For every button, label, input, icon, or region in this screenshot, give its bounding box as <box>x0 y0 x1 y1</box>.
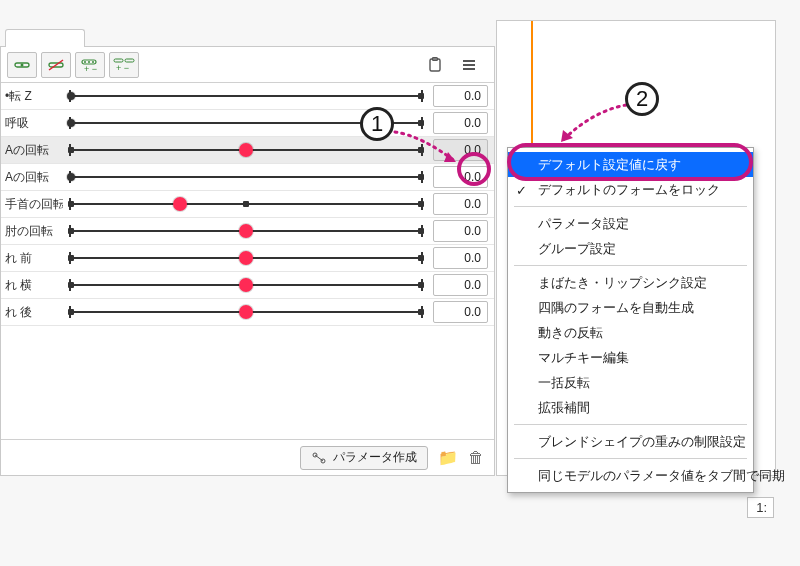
svg-rect-9 <box>114 59 123 62</box>
zoom-indicator[interactable]: 1: <box>747 497 774 518</box>
menu-item[interactable]: グループ設定 <box>508 236 753 261</box>
param-label: れ 前 <box>1 250 63 267</box>
param-slider[interactable] <box>63 191 429 217</box>
menu-separator <box>514 206 747 207</box>
parameter-rows: •転 Z0.0呼吸0.0Aの回転0.0Aの回転0.0手首の回転0.0肘の回転0.… <box>1 83 494 439</box>
param-value[interactable]: 0.0 <box>433 85 488 107</box>
svg-text:+ −: + − <box>84 64 97 73</box>
param-row[interactable]: Aの回転0.0 <box>1 164 494 191</box>
menu-item-label: ブレンドシェイプの重みの制限設定 <box>538 433 746 451</box>
param-row[interactable]: れ 後0.0 <box>1 299 494 326</box>
menu-separator <box>514 265 747 266</box>
svg-line-19 <box>315 455 323 461</box>
param-row[interactable]: 肘の回転0.0 <box>1 218 494 245</box>
svg-text:+ −: + − <box>116 63 129 73</box>
param-slider[interactable] <box>63 218 429 244</box>
menu-item[interactable]: パラメータ設定 <box>508 211 753 236</box>
menu-item[interactable]: まばたき・リップシンク設定 <box>508 270 753 295</box>
menu-separator <box>514 424 747 425</box>
param-label: 手首の回転 <box>1 196 63 213</box>
menu-item-label: グループ設定 <box>538 240 616 258</box>
new-folder-icon[interactable]: 📁 <box>438 448 458 467</box>
panel-toolbar: + − + − <box>1 47 494 83</box>
annotation-number-2: 2 <box>625 82 659 116</box>
menu-item-label: 拡張補間 <box>538 399 590 417</box>
toolbar-keys-add-icon[interactable]: + − <box>75 52 105 78</box>
param-value[interactable]: 0.0 <box>433 112 488 134</box>
menu-item[interactable]: 同じモデルのパラメータ値をタブ間で同期 <box>508 463 753 488</box>
tab-strip <box>5 29 85 47</box>
param-label: Aの回転 <box>1 169 63 186</box>
menu-item[interactable]: ブレンドシェイプの重みの制限設定 <box>508 429 753 454</box>
menu-item-label: まばたき・リップシンク設定 <box>538 274 707 292</box>
annotation-ring-1 <box>457 152 491 186</box>
param-slider[interactable] <box>63 164 429 190</box>
svg-point-5 <box>84 61 86 63</box>
param-label: れ 後 <box>1 304 63 321</box>
menu-item[interactable]: マルチキー編集 <box>508 345 753 370</box>
menu-item[interactable]: 四隅のフォームを自動生成 <box>508 295 753 320</box>
menu-item-label: パラメータ設定 <box>538 215 629 233</box>
param-label: 肘の回転 <box>1 223 63 240</box>
param-label: 呼吸 <box>1 115 63 132</box>
param-slider[interactable] <box>63 299 429 325</box>
delete-icon[interactable]: 🗑 <box>468 449 484 467</box>
create-parameter-button[interactable]: パラメータ作成 <box>300 446 428 470</box>
clipboard-icon[interactable] <box>420 52 450 78</box>
param-value[interactable]: 0.0 <box>433 247 488 269</box>
param-value[interactable]: 0.0 <box>433 301 488 323</box>
create-parameter-label: パラメータ作成 <box>333 449 417 466</box>
panel-tab[interactable] <box>5 29 85 47</box>
svg-line-3 <box>49 60 63 70</box>
annotation-ring-2 <box>507 143 753 181</box>
param-value[interactable]: 0.0 <box>433 193 488 215</box>
menu-item-label: マルチキー編集 <box>538 349 629 367</box>
menu-item-label: 動きの反転 <box>538 324 603 342</box>
param-row[interactable]: Aの回転0.0 <box>1 137 494 164</box>
param-row[interactable]: •転 Z0.0 <box>1 83 494 110</box>
menu-item[interactable]: 動きの反転 <box>508 320 753 345</box>
create-parameter-icon <box>311 451 327 465</box>
toolbar-keys-single-icon[interactable] <box>7 52 37 78</box>
param-slider[interactable] <box>63 272 429 298</box>
menu-item-label: 一括反転 <box>538 374 590 392</box>
annotation-number-1: 1 <box>360 107 394 141</box>
svg-point-1 <box>21 63 24 66</box>
svg-point-7 <box>92 61 94 63</box>
menu-item[interactable]: 拡張補間 <box>508 395 753 420</box>
param-value[interactable]: 0.0 <box>433 220 488 242</box>
context-menu: デフォルト設定値に戻す✓デフォルトのフォームをロックパラメータ設定グループ設定ま… <box>507 147 754 493</box>
param-label: •転 Z <box>1 88 63 105</box>
hamburger-menu-icon[interactable] <box>454 52 484 78</box>
param-slider[interactable] <box>63 83 429 109</box>
param-label: Aの回転 <box>1 142 63 159</box>
param-row[interactable]: 手首の回転0.0 <box>1 191 494 218</box>
param-value[interactable]: 0.0 <box>433 274 488 296</box>
menu-separator <box>514 458 747 459</box>
parameter-panel: + − + − •転 Z0.0呼吸0.0Aの回転0.0Aの回転0.0手首の回転0… <box>0 46 495 476</box>
svg-rect-10 <box>125 59 134 62</box>
param-slider[interactable] <box>63 245 429 271</box>
svg-point-6 <box>88 61 90 63</box>
check-icon: ✓ <box>516 182 527 197</box>
toolbar-keys-link-icon[interactable]: + − <box>109 52 139 78</box>
param-row[interactable]: 呼吸0.0 <box>1 110 494 137</box>
param-row[interactable]: れ 横0.0 <box>1 272 494 299</box>
panel-bottom-bar: パラメータ作成 📁 🗑 <box>1 439 494 475</box>
menu-item-label: デフォルトのフォームをロック <box>538 181 720 199</box>
menu-item[interactable]: 一括反転 <box>508 370 753 395</box>
menu-item-label: 四隅のフォームを自動生成 <box>538 299 694 317</box>
toolbar-keys-disable-icon[interactable] <box>41 52 71 78</box>
menu-item-label: 同じモデルのパラメータ値をタブ間で同期 <box>538 467 785 485</box>
param-label: れ 横 <box>1 277 63 294</box>
param-row[interactable]: れ 前0.0 <box>1 245 494 272</box>
